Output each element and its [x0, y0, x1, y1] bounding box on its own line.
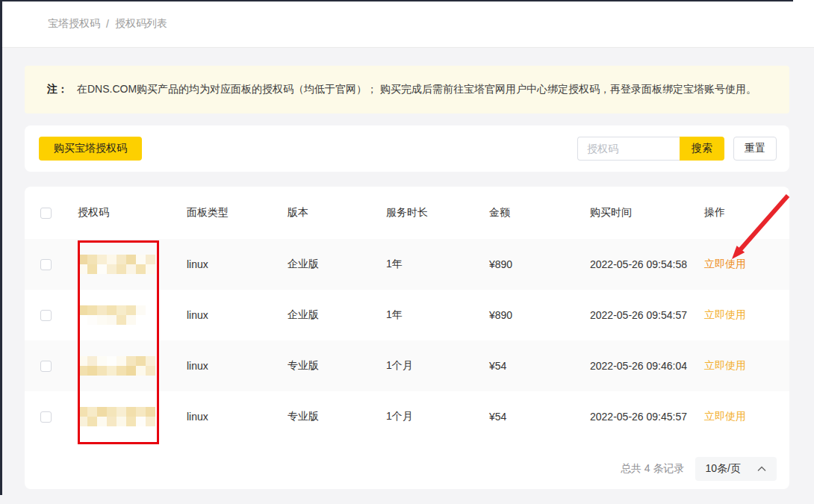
- cell-panel-type: linux: [187, 360, 288, 372]
- breadcrumb-separator: /: [106, 18, 109, 30]
- cell-buy-time: 2022-05-26 09:45:57: [590, 408, 695, 425]
- row-checkbox[interactable]: [40, 361, 52, 372]
- column-header-panel-type: 面板类型: [187, 206, 288, 220]
- cell-buy-time: 2022-05-26 09:54:57: [590, 307, 695, 323]
- cell-duration: 1个月: [386, 410, 489, 423]
- cell-buy-time: 2022-05-26 09:46:04: [590, 358, 695, 374]
- search-button[interactable]: 搜索: [680, 137, 724, 161]
- blurred-license-code: [78, 407, 155, 426]
- notice-label: 注：: [47, 83, 68, 96]
- license-search-input[interactable]: [577, 137, 680, 161]
- cell-duration: 1年: [386, 308, 489, 322]
- breadcrumb: 宝塔授权码 / 授权码列表: [0, 0, 814, 48]
- cell-buy-time: 2022-05-26 09:54:58: [590, 256, 695, 273]
- license-table: 授权码 面板类型 版本 服务时长 金额 购买时间 操作 linux 企业版 1年…: [25, 187, 789, 489]
- cell-version: 企业版: [288, 308, 386, 322]
- column-header-action: 操作: [704, 206, 789, 220]
- cell-panel-type: linux: [187, 411, 288, 423]
- cell-panel-type: linux: [187, 309, 288, 321]
- breadcrumb-parent[interactable]: 宝塔授权码: [48, 17, 100, 31]
- table-header-row: 授权码 面板类型 版本 服务时长 金额 购买时间 操作: [25, 187, 789, 239]
- cell-version: 专业版: [288, 359, 386, 373]
- row-checkbox[interactable]: [40, 259, 52, 270]
- cell-version: 专业版: [288, 410, 386, 423]
- page-edge-left: [0, 0, 2, 495]
- table-row: linux 专业版 1个月 ¥54 2022-05-26 09:46:04 立即…: [25, 340, 789, 391]
- blurred-license-code: [78, 305, 155, 325]
- pagination: 总共 4 条记录 10条/页: [25, 457, 789, 481]
- main-content: 注： 在DNS.COM购买产品的均为对应面板的授权码（均低于官网）； 购买完成后…: [0, 48, 814, 489]
- select-all-checkbox[interactable]: [40, 208, 52, 219]
- cell-version: 企业版: [288, 258, 386, 271]
- cell-duration: 1个月: [386, 359, 489, 373]
- page-size-select[interactable]: 10条/页: [695, 457, 777, 481]
- row-checkbox[interactable]: [40, 411, 52, 423]
- cell-amount: ¥54: [489, 360, 590, 372]
- toolbar: 购买宝塔授权码 搜索 重置: [25, 125, 789, 172]
- use-now-link[interactable]: 立即使用: [704, 359, 746, 371]
- column-header-amount: 金额: [489, 206, 590, 220]
- search-group: 搜索 重置: [577, 137, 777, 161]
- reset-button[interactable]: 重置: [733, 137, 777, 161]
- cell-panel-type: linux: [187, 258, 288, 270]
- cell-duration: 1年: [386, 258, 489, 271]
- breadcrumb-current: 授权码列表: [115, 17, 167, 31]
- column-header-buy-time: 购买时间: [590, 206, 704, 220]
- chevron-up-icon: [757, 466, 766, 472]
- use-now-link[interactable]: 立即使用: [704, 258, 746, 270]
- page-size-value: 10条/页: [706, 462, 741, 476]
- buy-license-button[interactable]: 购买宝塔授权码: [39, 137, 142, 161]
- blurred-license-code: [78, 356, 155, 376]
- table-row: linux 企业版 1年 ¥890 2022-05-26 09:54:57 立即…: [25, 290, 789, 340]
- table-row: linux 企业版 1年 ¥890 2022-05-26 09:54:58 立即…: [25, 239, 789, 290]
- page: 宝塔授权码 / 授权码列表 注： 在DNS.COM购买产品的均为对应面板的授权码…: [0, 0, 814, 504]
- blurred-license-code: [78, 255, 155, 274]
- page-edge-top: [0, 0, 793, 1]
- notice-text: 在DNS.COM购买产品的均为对应面板的授权码（均低于官网）； 购买完成后需前往…: [77, 83, 756, 96]
- total-records: 总共 4 条记录: [621, 462, 685, 476]
- column-header-code: 授权码: [78, 206, 187, 220]
- use-now-link[interactable]: 立即使用: [704, 308, 746, 320]
- notice-banner: 注： 在DNS.COM购买产品的均为对应面板的授权码（均低于官网）； 购买完成后…: [25, 66, 789, 113]
- cell-amount: ¥890: [489, 258, 590, 270]
- column-header-duration: 服务时长: [386, 206, 489, 220]
- use-now-link[interactable]: 立即使用: [704, 410, 746, 422]
- cell-amount: ¥890: [489, 309, 590, 321]
- column-header-version: 版本: [288, 206, 386, 220]
- row-checkbox[interactable]: [40, 310, 52, 321]
- table-row: linux 专业版 1个月 ¥54 2022-05-26 09:45:57 立即…: [25, 391, 789, 442]
- cell-amount: ¥54: [489, 411, 590, 423]
